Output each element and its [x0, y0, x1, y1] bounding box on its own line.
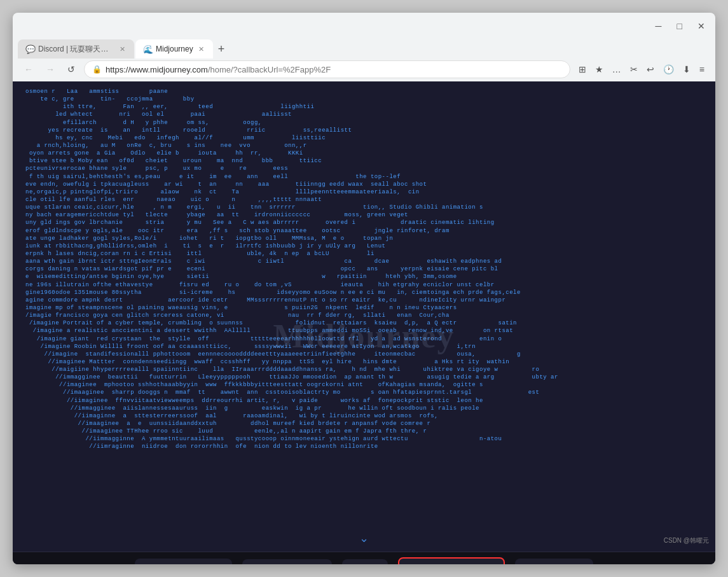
title-bar: ─ □ ✕	[13, 13, 715, 37]
address-bar[interactable]: 🔒 https://www.midjourney.com/home/?callb…	[84, 60, 570, 78]
bottom-navigation: 📖 Get Started 🖼 Showcase 👁 👤 Join the Be…	[13, 552, 715, 564]
history-button[interactable]: 🕐	[660, 62, 677, 76]
tab-discord-close[interactable]: ✕	[118, 44, 127, 55]
more-button[interactable]: …	[609, 62, 624, 76]
address-bar-row: ← → ↺ 🔒 https://www.midjourney.com/home/…	[13, 59, 715, 81]
undo-button[interactable]: ↩	[643, 62, 657, 76]
ascii-art-background: osmoen r Laa ammstiss paane te c, gre ti…	[13, 81, 715, 552]
get-started-nav-item[interactable]: 📖 Get Started	[135, 559, 232, 564]
discord-favicon: 💬	[25, 45, 34, 53]
forward-button[interactable]: →	[42, 62, 58, 77]
watermark: CSDN @韩曜元	[664, 536, 709, 545]
bookmark-button[interactable]: ★	[592, 62, 607, 76]
tab-discord-label: Discord | 玩耍聊天的地方	[38, 44, 114, 55]
download-button[interactable]: ⬇	[680, 62, 694, 76]
lock-icon: 🔒	[92, 65, 102, 74]
content-area: osmoen r Laa ammstiss paane te c, gre ti…	[13, 81, 715, 564]
translate-button[interactable]: ⊞	[575, 62, 589, 76]
tab-midjourney-label: Midjourney	[156, 45, 193, 53]
back-button[interactable]: ←	[20, 62, 37, 77]
midjourney-favicon: 🌊	[143, 45, 152, 53]
address-url: https://www.midjourney.com/home/?callbac…	[106, 65, 562, 74]
menu-button[interactable]: ≡	[696, 62, 708, 76]
refresh-button[interactable]: ↺	[64, 62, 79, 77]
browser-chrome: ─ □ ✕ 💬 Discord | 玩耍聊天的地方 ✕ 🌊 Midjourney…	[13, 13, 715, 81]
new-tab-button[interactable]: +	[214, 39, 229, 59]
window-controls: ─ □ ✕	[653, 20, 708, 32]
sign-in-nav-item[interactable]: 🔑 Sign In	[515, 559, 593, 564]
close-button[interactable]: ✕	[695, 20, 708, 32]
browser-window: ─ □ ✕ 💬 Discord | 玩耍聊天的地方 ✕ 🌊 Midjourney…	[13, 13, 715, 564]
cut-button[interactable]: ✂	[627, 62, 641, 76]
scroll-down-indicator: ⌄	[359, 531, 369, 545]
toolbar-actions: ⊞ ★ … ✂ ↩ 🕐 ⬇ ≡	[575, 62, 708, 76]
tab-discord[interactable]: 💬 Discord | 玩耍聊天的地方 ✕	[18, 39, 134, 59]
showcase-nav-item[interactable]: 🖼 Showcase	[242, 559, 332, 565]
join-beta-nav-item[interactable]: 👤 Join the Beta	[398, 557, 505, 564]
maximize-button[interactable]: □	[675, 20, 685, 32]
explore-nav-item[interactable]: 👁	[342, 559, 388, 565]
tab-midjourney[interactable]: 🌊 Midjourney ✕	[135, 39, 213, 59]
tab-midjourney-close[interactable]: ✕	[197, 44, 205, 55]
tabs-bar: 💬 Discord | 玩耍聊天的地方 ✕ 🌊 Midjourney ✕ +	[13, 37, 715, 59]
minimize-button[interactable]: ─	[653, 20, 664, 32]
